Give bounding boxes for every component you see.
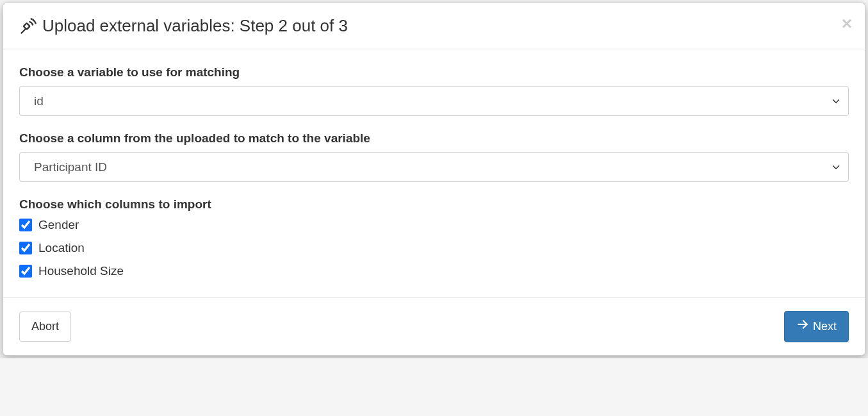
close-icon: × [842, 13, 852, 33]
import-column-label-text: Location [38, 241, 85, 255]
match-variable-select[interactable]: id [19, 86, 849, 116]
abort-button-label: Abort [31, 319, 59, 335]
abort-button[interactable]: Abort [19, 312, 71, 342]
match-variable-group: Choose a variable to use for matching id [19, 65, 849, 116]
import-column-checkbox-location[interactable] [19, 242, 32, 254]
modal-header: Upload external variables: Step 2 out of… [3, 3, 865, 49]
svg-rect-0 [24, 23, 30, 29]
modal-footer: Abort Next [3, 297, 865, 355]
import-column-item[interactable]: Gender [19, 218, 849, 232]
close-button[interactable]: × [842, 15, 852, 33]
next-button-label: Next [813, 319, 837, 335]
match-variable-label: Choose a variable to use for matching [19, 65, 849, 79]
import-column-item[interactable]: Location [19, 241, 849, 255]
import-column-label-text: Household Size [38, 264, 124, 278]
next-button[interactable]: Next [784, 311, 849, 342]
modal-body: Choose a variable to use for matching id… [3, 49, 865, 297]
import-column-label-text: Gender [38, 218, 79, 232]
import-column-item[interactable]: Household Size [19, 264, 849, 278]
match-column-select[interactable]: Participant ID [19, 152, 849, 182]
import-column-checkbox-gender[interactable] [19, 219, 32, 231]
upload-external-variables-modal: Upload external variables: Step 2 out of… [3, 3, 865, 356]
import-columns-label: Choose which columns to import [19, 197, 849, 212]
match-column-label: Choose a column from the uploaded to mat… [19, 131, 849, 146]
import-columns-group: Choose which columns to import Gender Lo… [19, 197, 849, 278]
import-columns-list: Gender Location Household Size [19, 218, 849, 278]
arrow-right-icon [796, 318, 809, 335]
satellite-icon [19, 17, 37, 35]
import-column-checkbox-household-size[interactable] [19, 265, 32, 278]
match-column-group: Choose a column from the uploaded to mat… [19, 131, 849, 182]
modal-title: Upload external variables: Step 2 out of… [42, 16, 348, 36]
